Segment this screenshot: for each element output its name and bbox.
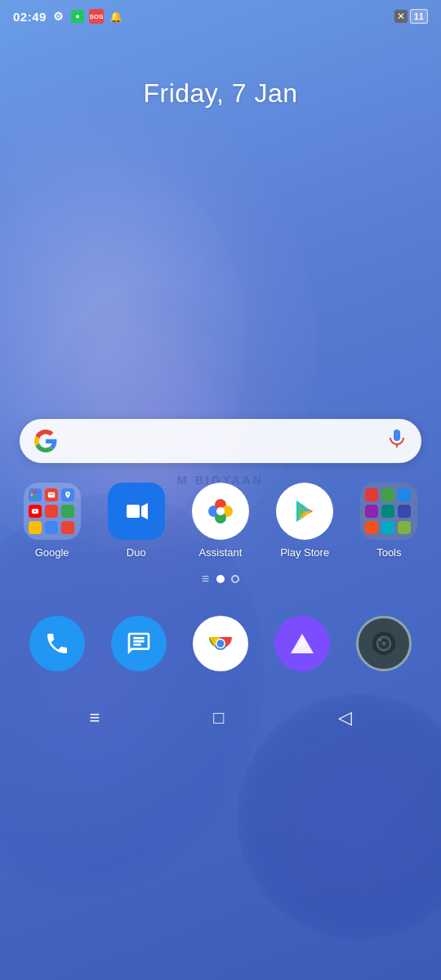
page-indicator: ≡ bbox=[0, 572, 441, 586]
folder-mini-blue2 bbox=[45, 521, 58, 534]
status-left: 02:49 ⚙ ● SOS 🔔 bbox=[13, 9, 123, 24]
svg-point-0 bbox=[396, 446, 398, 448]
app-item-duo[interactable]: Duo bbox=[100, 483, 173, 559]
chrome-icon bbox=[204, 627, 237, 660]
app-icons-row: Google Duo Assistant bbox=[0, 483, 441, 559]
date-display: Friday, 7 Jan bbox=[0, 78, 441, 109]
svg-point-15 bbox=[217, 640, 225, 648]
tools-mini-6 bbox=[398, 505, 411, 518]
folder-mini-red2 bbox=[61, 521, 74, 534]
folder-mini-google bbox=[29, 488, 42, 501]
page-dot-active[interactable] bbox=[216, 575, 225, 583]
google-label: Google bbox=[35, 546, 69, 559]
dock-messages[interactable] bbox=[111, 616, 167, 671]
status-time: 02:49 bbox=[13, 10, 47, 24]
tools-mini-2 bbox=[381, 488, 394, 501]
tools-mini-1 bbox=[365, 488, 378, 501]
folder-mini-youtube bbox=[29, 505, 42, 518]
photos-icon bbox=[287, 629, 317, 658]
playstore-label: Play Store bbox=[280, 546, 329, 559]
duo-label: Duo bbox=[127, 546, 146, 559]
status-bar: 02:49 ⚙ ● SOS 🔔 ✕ 11 bbox=[0, 0, 441, 29]
dock-phone[interactable] bbox=[29, 616, 85, 671]
page-dot-inactive[interactable] bbox=[231, 575, 239, 583]
app-item-google[interactable]: Google bbox=[16, 483, 89, 559]
status-right: ✕ 11 bbox=[394, 9, 428, 24]
assistant-icon[interactable] bbox=[192, 483, 249, 540]
settings-icon: ⚙ bbox=[51, 9, 66, 24]
messages-icon bbox=[126, 630, 152, 657]
duo-icon-svg bbox=[120, 495, 153, 528]
duo-icon[interactable] bbox=[108, 483, 165, 540]
google-folder-icon[interactable] bbox=[24, 483, 81, 540]
signal-x-icon: ✕ bbox=[394, 10, 408, 23]
search-bar-container bbox=[0, 419, 441, 463]
google-g-icon bbox=[34, 430, 57, 452]
folder-mini-red bbox=[45, 505, 58, 518]
dock-camera[interactable] bbox=[356, 616, 412, 671]
tools-mini-9 bbox=[398, 521, 411, 534]
battery-indicator: 11 bbox=[410, 9, 428, 24]
svg-rect-2 bbox=[127, 505, 140, 518]
page-lines-icon: ≡ bbox=[202, 572, 210, 586]
folder-mini-gmail bbox=[45, 488, 58, 501]
svg-point-9 bbox=[216, 507, 225, 515]
notification-icon-green: ● bbox=[71, 10, 84, 23]
search-bar[interactable] bbox=[20, 419, 421, 463]
tools-folder-icon[interactable] bbox=[360, 483, 417, 540]
playstore-icon[interactable] bbox=[276, 483, 333, 540]
alert-icon: 🔔 bbox=[109, 9, 123, 24]
tools-mini-8 bbox=[381, 521, 394, 534]
app-item-playstore[interactable]: Play Store bbox=[268, 483, 341, 559]
camera-icon bbox=[370, 630, 398, 657]
assistant-label: Assistant bbox=[199, 546, 243, 559]
battery-container: ✕ 11 bbox=[394, 9, 428, 24]
mic-icon[interactable] bbox=[387, 429, 407, 453]
dock-photos[interactable] bbox=[274, 616, 330, 671]
folder-mini-maps bbox=[61, 488, 74, 501]
nav-back-icon[interactable]: ◁ bbox=[338, 707, 352, 728]
nav-home-icon[interactable]: □ bbox=[213, 707, 224, 728]
tools-mini-7 bbox=[365, 521, 378, 534]
app-item-tools[interactable]: Tools bbox=[352, 483, 425, 559]
folder-mini-yellow bbox=[29, 521, 42, 534]
sos-icon: SOS bbox=[89, 9, 104, 24]
svg-point-21 bbox=[381, 641, 386, 646]
nav-menu-icon[interactable]: ≡ bbox=[89, 707, 100, 728]
dock-chrome[interactable] bbox=[193, 616, 248, 671]
folder-mini-green bbox=[61, 505, 74, 518]
tools-mini-5 bbox=[381, 505, 394, 518]
tools-mini-3 bbox=[398, 488, 411, 501]
playstore-icon-svg bbox=[287, 494, 322, 528]
app-item-assistant[interactable]: Assistant bbox=[184, 483, 257, 559]
assistant-icon-svg bbox=[203, 493, 238, 529]
phone-icon bbox=[44, 630, 70, 657]
nav-bar: ≡ □ ◁ bbox=[0, 697, 441, 738]
svg-point-22 bbox=[379, 639, 381, 641]
tools-label: Tools bbox=[376, 546, 401, 559]
tools-mini-4 bbox=[365, 505, 378, 518]
dock bbox=[0, 606, 441, 681]
